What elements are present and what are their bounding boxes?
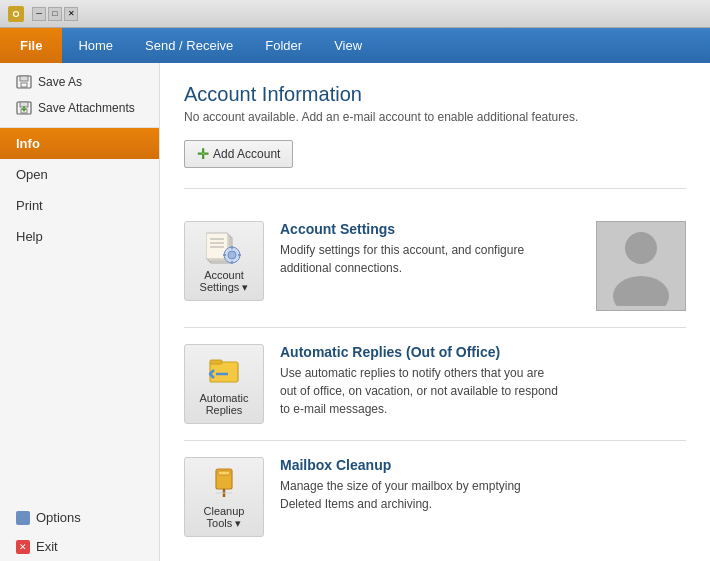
main-layout: Save As Save Attachments Info Open Print… [0, 63, 710, 561]
cleanup-tools-button[interactable]: CleanupTools ▾ [184, 457, 264, 537]
automatic-replies-title: Automatic Replies (Out of Office) [280, 344, 686, 360]
account-settings-title: Account Settings [280, 221, 580, 237]
svg-rect-25 [218, 471, 230, 475]
tab-folder[interactable]: Folder [249, 28, 318, 63]
account-settings-button[interactable]: AccountSettings ▾ [184, 221, 264, 301]
svg-rect-16 [231, 261, 233, 264]
sidebar: Save As Save Attachments Info Open Print… [0, 63, 160, 561]
file-tab[interactable]: File [0, 28, 62, 63]
title-bar: O ─ □ ✕ [0, 0, 710, 28]
svg-rect-22 [210, 360, 222, 364]
svg-point-14 [228, 251, 236, 259]
svg-rect-21 [210, 362, 238, 382]
svg-rect-2 [21, 83, 27, 87]
page-title: Account Information [184, 83, 686, 106]
options-label: Options [36, 510, 81, 525]
svg-rect-18 [238, 254, 241, 256]
automatic-replies-text: Automatic Replies (Out of Office) Use au… [280, 344, 686, 418]
app-icon: O [8, 6, 24, 22]
mailbox-cleanup-text: Mailbox Cleanup Manage the size of your … [280, 457, 686, 513]
add-account-button[interactable]: ✛ Add Account [184, 140, 293, 168]
save-as-icon [16, 74, 32, 90]
automatic-replies-icon-label: AutomaticReplies [200, 392, 249, 416]
save-attach-icon [16, 100, 32, 116]
save-as-label: Save As [38, 75, 82, 89]
maximize-button[interactable]: □ [48, 7, 62, 21]
automatic-replies-section: AutomaticReplies Automatic Replies (Out … [184, 328, 686, 441]
ribbon: File Home Send / Receive Folder View [0, 28, 710, 63]
svg-point-20 [613, 276, 669, 306]
sidebar-item-print[interactable]: Print [0, 190, 159, 221]
account-settings-icon [206, 229, 242, 265]
tab-home[interactable]: Home [62, 28, 129, 63]
minimize-button[interactable]: ─ [32, 7, 46, 21]
automatic-replies-button[interactable]: AutomaticReplies [184, 344, 264, 424]
tab-send-receive[interactable]: Send / Receive [129, 28, 249, 63]
exit-label: Exit [36, 539, 58, 554]
save-attachments-label: Save Attachments [38, 101, 135, 115]
account-settings-text: Account Settings Modify settings for thi… [280, 221, 580, 277]
sidebar-item-options[interactable]: Options [0, 503, 159, 532]
sidebar-item-help[interactable]: Help [0, 221, 159, 252]
sidebar-item-exit[interactable]: ✕ Exit [0, 532, 159, 561]
sidebar-item-open[interactable]: Open [0, 159, 159, 190]
account-settings-desc: Modify settings for this account, and co… [280, 241, 560, 277]
content-area: Account Information No account available… [160, 63, 710, 561]
avatar [596, 221, 686, 311]
sidebar-save-as[interactable]: Save As [8, 69, 151, 95]
sidebar-actions-section: Save As Save Attachments [0, 63, 159, 128]
account-settings-icon-label: AccountSettings ▾ [200, 269, 249, 294]
automatic-replies-desc: Use automatic replies to notify others t… [280, 364, 560, 418]
account-settings-section: AccountSettings ▾ Account Settings Modif… [184, 205, 686, 328]
close-button[interactable]: ✕ [64, 7, 78, 21]
sidebar-save-attachments[interactable]: Save Attachments [8, 95, 151, 121]
mailbox-cleanup-title: Mailbox Cleanup [280, 457, 686, 473]
exit-icon: ✕ [16, 540, 30, 554]
add-account-label: Add Account [213, 147, 280, 161]
sidebar-item-info[interactable]: Info [0, 128, 159, 159]
cleanup-tools-icon-label: CleanupTools ▾ [204, 505, 245, 530]
section-divider-top [184, 188, 686, 189]
cleanup-tools-icon [206, 465, 242, 501]
svg-point-19 [625, 232, 657, 264]
avatar-silhouette [606, 226, 676, 306]
ribbon-tabs: Home Send / Receive Folder View [62, 28, 378, 63]
page-subtitle: No account available. Add an e-mail acco… [184, 110, 686, 124]
add-icon: ✛ [197, 146, 209, 162]
svg-rect-15 [231, 246, 233, 249]
tab-view[interactable]: View [318, 28, 378, 63]
svg-rect-17 [223, 254, 226, 256]
automatic-replies-icon [206, 352, 242, 388]
mailbox-cleanup-section: CleanupTools ▾ Mailbox Cleanup Manage th… [184, 441, 686, 553]
mailbox-cleanup-desc: Manage the size of your mailbox by empty… [280, 477, 560, 513]
title-controls: ─ □ ✕ [32, 7, 78, 21]
svg-rect-1 [20, 76, 28, 81]
options-icon [16, 511, 30, 525]
